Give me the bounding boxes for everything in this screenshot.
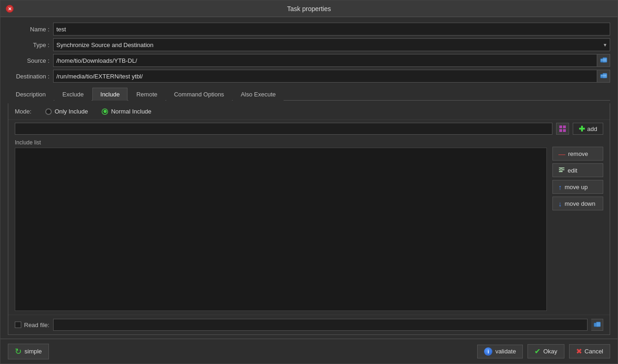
svg-rect-11 — [563, 129, 566, 132]
read-file-label: Read file: — [24, 322, 49, 328]
radio-normal-label: Normal Include — [111, 108, 151, 115]
destination-row: Destination : — [8, 70, 610, 83]
validate-label: validate — [495, 348, 516, 355]
type-select[interactable]: Synchronize Source and Destination — [53, 38, 610, 51]
footer-right: i validate ✔ Okay ✖ Cancel — [477, 344, 610, 358]
svg-rect-8 — [559, 125, 562, 128]
radio-only-label: Only Include — [55, 108, 88, 115]
svg-text:✕: ✕ — [8, 6, 12, 11]
checkbox-box — [15, 322, 21, 328]
simple-button[interactable]: ↻ simple — [8, 344, 49, 359]
name-label: Name : — [8, 26, 49, 33]
source-row: Source : — [8, 54, 610, 67]
type-select-wrapper: Synchronize Source and Destination ▼ — [53, 38, 610, 51]
read-file-input[interactable] — [53, 319, 588, 331]
read-file-checkbox[interactable]: Read file: — [15, 322, 49, 328]
check-icon: ✔ — [534, 347, 540, 356]
footer-left: ↻ simple — [8, 344, 49, 359]
source-label: Source : — [8, 57, 49, 64]
radio-only-include[interactable]: Only Include — [45, 108, 88, 115]
destination-input-group — [53, 70, 610, 83]
move-down-label: move down — [565, 200, 595, 207]
cancel-button[interactable]: ✖ Cancel — [569, 344, 610, 358]
tab-exclude[interactable]: Exclude — [55, 88, 91, 101]
titlebar: ✕ Task properties — [0, 0, 618, 17]
remove-icon: — — [558, 150, 565, 158]
tab-also-execute[interactable]: Also Execute — [233, 88, 284, 101]
simple-label: simple — [24, 348, 42, 355]
content-area: Name : Type : Synchronize Source and Des… — [0, 17, 618, 339]
add-button[interactable]: ✚ add — [573, 123, 603, 135]
validate-icon: i — [484, 347, 492, 356]
source-input[interactable] — [53, 54, 597, 67]
footer: ↻ simple i validate ✔ Okay ✖ Cancel — [0, 339, 618, 364]
read-file-browse-button[interactable] — [591, 319, 603, 331]
add-row: ✚ add — [8, 120, 610, 137]
destination-input[interactable] — [53, 70, 597, 83]
destination-label: Destination : — [8, 73, 49, 80]
radio-group: Only Include Normal Include — [45, 108, 151, 115]
move-up-button[interactable]: ↑ move up — [552, 180, 603, 194]
cancel-label: Cancel — [585, 348, 603, 355]
remove-button[interactable]: — remove — [552, 147, 603, 161]
type-row: Type : Synchronize Source and Destinatio… — [8, 38, 610, 51]
source-browse-button[interactable] — [597, 54, 610, 67]
bottom-area: Read file: — [8, 315, 610, 334]
svg-rect-14 — [559, 171, 563, 172]
add-include-input[interactable] — [15, 123, 552, 135]
source-input-group — [53, 54, 610, 67]
validate-button[interactable]: i validate — [477, 345, 523, 358]
main-window: ✕ Task properties Name : Type : Synchron… — [0, 0, 618, 364]
edit-button[interactable]: edit — [552, 163, 603, 177]
tab-include[interactable]: Include — [92, 88, 127, 101]
x-icon: ✖ — [576, 347, 582, 356]
move-down-button[interactable]: ↓ move down — [552, 197, 603, 210]
svg-rect-15 — [560, 168, 562, 171]
list-area: Include list — remove — [8, 137, 610, 315]
action-buttons: — remove edit — [547, 137, 603, 311]
include-list-label: Include list — [15, 137, 547, 146]
tab-command-options[interactable]: Command Options — [166, 88, 232, 101]
radio-normal-include[interactable]: Normal Include — [102, 108, 151, 115]
radio-normal-circle — [102, 108, 108, 115]
include-list-wrapper: Include list — [15, 137, 547, 311]
window-title: Task properties — [287, 5, 331, 12]
type-label: Type : — [8, 42, 49, 48]
okay-button[interactable]: ✔ Okay — [527, 344, 564, 358]
svg-rect-12 — [559, 167, 564, 168]
mode-row: Mode: Only Include Normal Include — [8, 103, 610, 120]
tab-content-include: Mode: Only Include Normal Include — [8, 103, 610, 335]
destination-browse-button[interactable] — [597, 70, 610, 83]
grid-icon-button[interactable] — [556, 123, 569, 135]
tab-remote[interactable]: Remote — [128, 88, 165, 101]
name-row: Name : — [8, 23, 610, 36]
okay-label: Okay — [543, 348, 557, 355]
mode-label: Mode: — [15, 108, 31, 115]
add-label: add — [587, 125, 597, 132]
radio-only-circle — [45, 108, 52, 115]
arrow-up-icon: ↑ — [558, 183, 562, 191]
plus-icon: ✚ — [579, 125, 585, 133]
edit-icon — [558, 167, 565, 174]
refresh-icon: ↻ — [15, 346, 22, 357]
name-input[interactable] — [53, 23, 610, 36]
tabs-bar: Description Exclude Include Remote Comma… — [8, 87, 610, 101]
arrow-down-icon: ↓ — [558, 200, 562, 208]
edit-label: edit — [568, 167, 577, 174]
include-list[interactable] — [15, 148, 547, 311]
remove-label: remove — [568, 150, 588, 157]
tab-description[interactable]: Description — [8, 88, 54, 101]
svg-rect-9 — [563, 125, 566, 128]
svg-rect-10 — [559, 129, 562, 132]
svg-rect-17 — [596, 322, 600, 327]
move-up-label: move up — [565, 184, 588, 191]
close-button[interactable]: ✕ — [5, 4, 14, 13]
